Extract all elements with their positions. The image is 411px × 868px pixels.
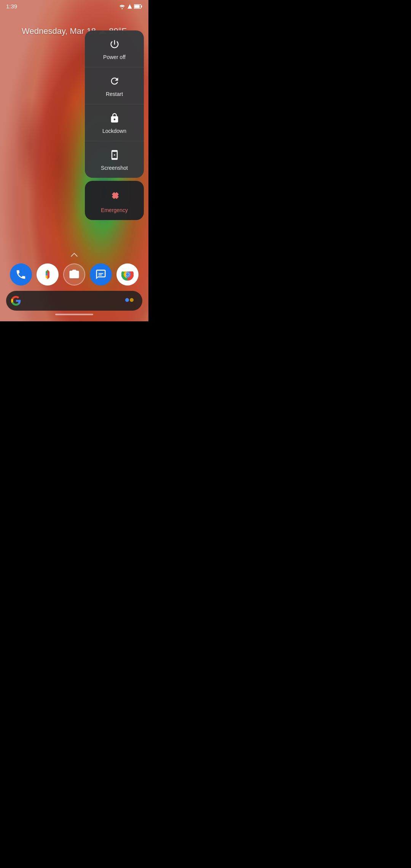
restart-icon	[109, 76, 120, 88]
screenshot-button[interactable]: Screenshot	[85, 141, 144, 178]
svg-point-10	[126, 273, 129, 276]
svg-rect-3	[134, 5, 140, 8]
svg-marker-6	[46, 270, 48, 274]
maps-app-icon[interactable]	[37, 263, 59, 286]
restart-button[interactable]: Restart	[85, 67, 144, 104]
battery-icon	[134, 4, 142, 9]
svg-marker-7	[46, 274, 48, 276]
screenshot-label: Screenshot	[101, 165, 128, 171]
wifi-icon	[119, 4, 126, 9]
home-indicator[interactable]	[55, 314, 93, 315]
status-time: 1:39	[6, 3, 17, 10]
restart-label: Restart	[106, 91, 123, 97]
emergency-label: Emergency	[101, 207, 128, 213]
camera-app-icon[interactable]	[63, 263, 85, 286]
svg-rect-2	[141, 5, 142, 7]
status-icons	[119, 4, 142, 9]
power-icon	[109, 39, 120, 51]
lock-icon	[109, 113, 120, 125]
lockdown-button[interactable]: Lockdown	[85, 104, 144, 141]
google-logo	[11, 295, 21, 306]
chrome-app-icon[interactable]	[116, 263, 139, 286]
screenshot-icon	[109, 150, 120, 162]
power-menu: Power off Restart Lockdown	[85, 30, 144, 220]
svg-point-0	[122, 8, 123, 9]
signal-icon	[127, 4, 132, 9]
messages-app-icon[interactable]	[90, 263, 112, 286]
lockdown-label: Lockdown	[102, 128, 126, 134]
status-bar: 1:39	[0, 0, 148, 11]
power-off-label: Power off	[103, 54, 126, 60]
emergency-icon	[108, 189, 121, 204]
emergency-button[interactable]: Emergency	[85, 181, 144, 220]
google-search-bar[interactable]	[6, 291, 142, 311]
search-bar-left	[11, 295, 21, 306]
emergency-card: Emergency	[85, 181, 144, 220]
bottom-area	[0, 251, 148, 321]
svg-point-12	[130, 298, 134, 302]
svg-point-11	[125, 298, 129, 302]
power-off-button[interactable]: Power off	[85, 30, 144, 67]
search-bar-right	[123, 296, 136, 305]
svg-marker-5	[48, 270, 49, 279]
phone-app-icon[interactable]	[10, 263, 32, 286]
app-dock	[0, 263, 148, 286]
drawer-hint[interactable]	[0, 251, 148, 257]
power-menu-main: Power off Restart Lockdown	[85, 30, 144, 178]
